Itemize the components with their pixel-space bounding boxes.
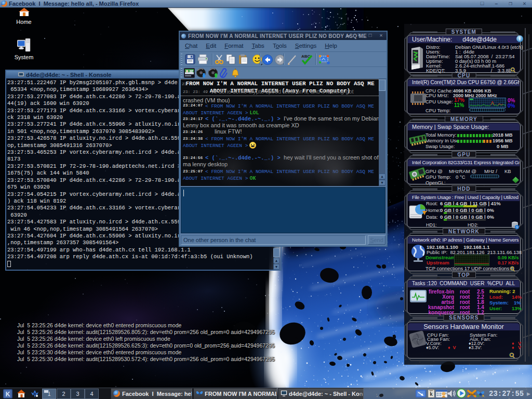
svg-text:shot: shot xyxy=(469,393,475,396)
svg-text:K: K xyxy=(6,391,10,398)
svg-text:k: k xyxy=(430,391,433,397)
